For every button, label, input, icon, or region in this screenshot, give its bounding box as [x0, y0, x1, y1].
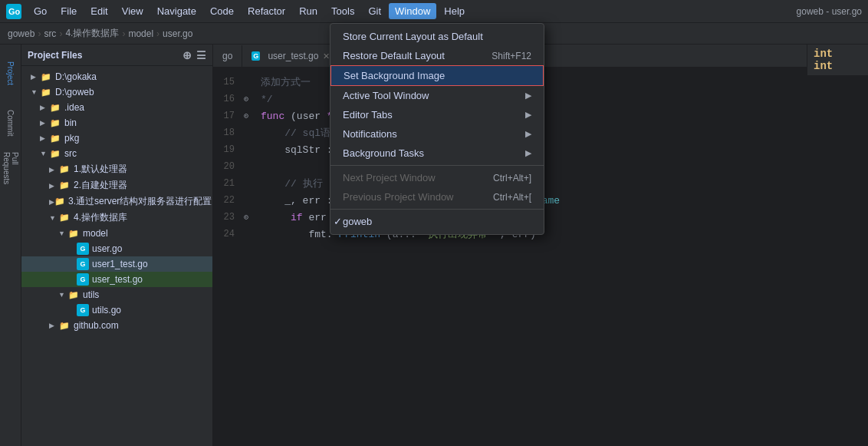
tree-arrow: ▶ [40, 119, 49, 127]
menu-item-active-tool[interactable]: Active Tool Window ▶ [330, 86, 544, 105]
menu-item-notifications[interactable]: Notifications ▶ [330, 124, 544, 144]
tree-label: pkg [64, 133, 79, 144]
sidebar-item-commit[interactable]: Commit [2, 100, 20, 146]
tree-arrow: ▼ [31, 88, 40, 96]
submenu-arrow-icon: ▶ [525, 129, 531, 139]
tree-node-idea[interactable]: ▶ 📁 .idea [21, 100, 212, 115]
folder-icon: 📁 [58, 212, 71, 224]
tree-label: D:\gokaka [55, 71, 97, 82]
tree-node-handler3[interactable]: ▶ 📁 3.通过server结构对服务器进行配置 [21, 193, 212, 210]
folder-icon: 📁 [49, 147, 61, 160]
tab-go[interactable]: go [213, 45, 242, 67]
menu-item-prev-project[interactable]: Previous Project Window Ctrl+Alt+[ [330, 187, 544, 206]
app-logo: Go [6, 4, 21, 19]
line-content: */ [255, 94, 273, 105]
svg-text:Go: Go [8, 7, 21, 16]
menu-item-editor-tabs[interactable]: Editor Tabs ▶ [330, 105, 544, 124]
line-number: 20 [213, 161, 244, 172]
tree-arrow: ▶ [40, 104, 49, 111]
menu-git[interactable]: Git [362, 3, 387, 19]
menu-item-label: Next Project Window [343, 172, 436, 183]
dropdown-separator-2 [330, 209, 544, 210]
submenu-arrow-icon: ▶ [525, 110, 531, 120]
breadcrumb-item-1[interactable]: goweb [8, 28, 35, 39]
tree-node-bin[interactable]: ▶ 📁 bin [21, 115, 212, 130]
tree-node-dgoweb[interactable]: ▼ 📁 D:\goweb [21, 84, 212, 100]
file-tree-header: Project Files ⊕ ☰ [21, 45, 212, 66]
tree-node-user-test-go[interactable]: G user_test.go [21, 272, 212, 287]
breadcrumb-item-3[interactable]: 4.操作数据库 [65, 27, 119, 40]
tree-node-handler4[interactable]: ▼ 📁 4.操作数据库 [21, 210, 212, 226]
tree-label: 4.操作数据库 [74, 211, 127, 224]
menu-edit[interactable]: Edit [84, 3, 113, 19]
tree-node-model[interactable]: ▼ 📁 model [21, 226, 212, 241]
menu-help[interactable]: Help [438, 3, 471, 19]
tree-node-github[interactable]: ▶ 📁 github.com [21, 318, 212, 333]
sidebar-item-project[interactable]: Project [2, 51, 20, 97]
tree-label: 2.自建处理器 [74, 179, 127, 192]
breadcrumb-item-4[interactable]: model [128, 28, 153, 39]
tree-label: utils.go [92, 305, 121, 316]
folder-icon: 📁 [58, 164, 71, 176]
line-number: 24 [213, 229, 244, 240]
menu-tools[interactable]: Tools [325, 3, 360, 19]
menu-item-store-layout[interactable]: Store Current Layout as Default [330, 27, 544, 46]
menu-item-next-project[interactable]: Next Project Window Ctrl+Alt+] [330, 168, 544, 187]
breadcrumb-item-5[interactable]: user.go [163, 28, 192, 39]
menu-item-set-background[interactable]: Set Background Image [330, 65, 544, 86]
folder-icon: 📁 [67, 289, 80, 301]
tree-node-dgokaka[interactable]: ▶ 📁 D:\gokaka [21, 69, 212, 84]
settings-icon[interactable]: ☰ [196, 49, 206, 61]
tree-node-utils[interactable]: ▼ 📁 utils [21, 287, 212, 302]
breadcrumb-item-2[interactable]: src [44, 28, 56, 39]
tree-node-user1-test-go[interactable]: G user1_test.go [21, 256, 212, 272]
menu-item-restore-layout[interactable]: Restore Default Layout Shift+F12 [330, 46, 544, 65]
tree-arrow: ▶ [40, 134, 49, 142]
tree-label: model [83, 228, 108, 239]
sidebar-item-pull-requests[interactable]: Pull Requests [2, 149, 20, 195]
gutter: ⊙ [244, 94, 255, 104]
go-file-icon: G [77, 273, 89, 286]
menu-code[interactable]: Code [204, 3, 240, 19]
menu-navigate[interactable]: Navigate [151, 3, 202, 19]
menu-go[interactable]: Go [28, 3, 53, 19]
tree-label: .idea [64, 102, 84, 113]
file-tree-content: ▶ 📁 D:\gokaka ▼ 📁 D:\goweb ▶ 📁 .idea ▶ 📁… [21, 66, 212, 446]
tree-node-user-go[interactable]: G user.go [21, 241, 212, 256]
menu-view[interactable]: View [116, 3, 150, 19]
line-content: // sql语句 [255, 126, 340, 140]
side-panel-icons: Project Commit Pull Requests [0, 45, 21, 446]
folder-icon: 📁 [58, 319, 71, 332]
folder-icon: 📁 [58, 180, 71, 192]
tree-node-src[interactable]: ▼ 📁 src [21, 146, 212, 161]
line-content: // 执行 [255, 177, 323, 190]
menu-item-bg-tasks[interactable]: Background Tasks ▶ [330, 144, 544, 163]
tree-node-pkg[interactable]: ▶ 📁 pkg [21, 130, 212, 146]
menu-item-goweb[interactable]: goweb [330, 212, 544, 231]
folder-icon: 📁 [40, 71, 52, 83]
menu-item-label: Background Tasks [343, 147, 424, 159]
tab-user-test[interactable]: G user_test.go ✕ [242, 45, 340, 67]
tree-node-handler1[interactable]: ▶ 📁 1.默认处理器 [21, 161, 212, 177]
tree-label: src [64, 148, 77, 159]
locate-icon[interactable]: ⊕ [182, 49, 192, 61]
tree-label: github.com [74, 320, 119, 331]
tree-arrow: ▶ [49, 182, 58, 190]
menu-refactor[interactable]: Refactor [242, 3, 291, 19]
menu-window[interactable]: Window [389, 3, 436, 19]
tree-node-handler2[interactable]: ▶ 📁 2.自建处理器 [21, 177, 212, 193]
window-title: goweb - user.go [797, 6, 862, 17]
menu-file[interactable]: File [54, 3, 83, 19]
tree-label: 1.默认处理器 [74, 163, 127, 176]
menu-item-label: Store Current Layout as Default [343, 31, 483, 42]
folder-icon: 📁 [67, 227, 80, 240]
title-bar: Go Go File Edit View Navigate Code Refac… [0, 0, 868, 23]
shortcut-label: Ctrl+Alt+] [493, 173, 531, 183]
tree-arrow: ▼ [58, 230, 67, 237]
tab-go-label: go [222, 51, 232, 61]
menu-run[interactable]: Run [293, 3, 324, 19]
go-file-icon: G [77, 258, 89, 270]
gutter: ⊙ [244, 111, 255, 121]
tree-node-utils-go[interactable]: G utils.go [21, 302, 212, 318]
go-file-icon: G [252, 51, 260, 61]
